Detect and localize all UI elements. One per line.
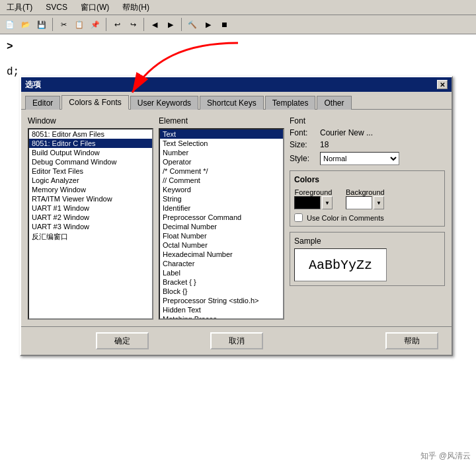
- list-item[interactable]: Octal Number: [160, 240, 283, 250]
- sample-title: Sample: [294, 236, 440, 246]
- use-color-checkbox[interactable]: [294, 213, 303, 222]
- element-header: Element: [159, 116, 284, 126]
- font-name-value: Courier New ...: [320, 128, 445, 137]
- dialog: 选项 ✕ Editor Colors & Fonts User Keywords…: [20, 76, 453, 356]
- use-color-row: Use Color in Comments: [294, 213, 440, 222]
- list-item[interactable]: Block {}: [160, 287, 283, 296]
- list-item[interactable]: Matching Braces: [160, 314, 283, 320]
- foreground-swatch[interactable]: [294, 196, 321, 209]
- list-item[interactable]: Keyword: [160, 185, 283, 194]
- window-header: Window: [28, 116, 153, 126]
- tab-bar: Editor Colors & Fonts User Keywords Shor…: [21, 92, 452, 109]
- tab-shortcut-keys[interactable]: Shortcut Keys: [200, 96, 264, 110]
- watermark: 知乎 @风清云: [420, 450, 471, 462]
- dialog-buttons: 确定 取消 帮助: [21, 326, 452, 355]
- foreground-label: Foreground: [294, 188, 333, 196]
- background-arrow[interactable]: ▼: [374, 196, 384, 209]
- list-item[interactable]: Character: [160, 259, 283, 268]
- font-header: Font: [290, 116, 445, 126]
- list-item[interactable]: Decimal Number: [160, 222, 283, 231]
- font-column: Font Font: Courier New ... Size: 18 Styl…: [290, 116, 445, 320]
- list-item[interactable]: String: [160, 194, 283, 203]
- list-item[interactable]: Hexadecimal Number: [160, 250, 283, 259]
- columns: Window 8051: Editor Asm Files 8051: Edit…: [28, 116, 445, 320]
- foreground-picker: ▼: [294, 196, 333, 209]
- list-item[interactable]: // Comment: [160, 176, 283, 185]
- font-name-row: Font: Courier New ...: [290, 128, 445, 137]
- list-item[interactable]: 8051: Editor C Files: [29, 139, 152, 148]
- tab-other[interactable]: Other: [317, 96, 351, 110]
- background-swatch[interactable]: [346, 196, 372, 209]
- font-size-value: 18: [320, 140, 445, 149]
- sample-box: AaBbYyZz: [294, 248, 387, 281]
- list-item[interactable]: RTA/ITM Viewer Window: [29, 194, 152, 203]
- list-item[interactable]: Text: [160, 129, 283, 139]
- foreground-col: Foreground ▼: [294, 188, 333, 209]
- font-size-row: Size: 18: [290, 140, 445, 149]
- use-color-label: Use Color in Comments: [307, 214, 384, 222]
- list-item[interactable]: 反汇编窗口: [29, 231, 152, 242]
- list-item[interactable]: Preprocessor Command: [160, 213, 283, 222]
- element-listbox[interactable]: Text Text Selection Number Operator /* C…: [159, 128, 284, 320]
- help-button[interactable]: 帮助: [385, 332, 438, 349]
- background-picker: ▼: [346, 196, 385, 209]
- sample-section: Sample AaBbYyZz: [290, 232, 445, 286]
- colors-title: Colors: [294, 175, 440, 184]
- color-row: Foreground ▼ Background ▼: [294, 188, 440, 209]
- background-label: Background: [346, 188, 385, 196]
- dialog-titlebar: 选项 ✕: [21, 77, 452, 92]
- font-style-label: Style:: [290, 154, 316, 163]
- window-column: Window 8051: Editor Asm Files 8051: Edit…: [28, 116, 153, 320]
- tab-user-keywords[interactable]: User Keywords: [130, 96, 198, 110]
- list-item[interactable]: /* Comment */: [160, 166, 283, 176]
- colors-section: Colors Foreground ▼ Background: [290, 170, 445, 227]
- list-item[interactable]: Editor Text Files: [29, 166, 152, 176]
- font-style-row: Style: Normal Bold Italic: [290, 152, 445, 165]
- list-item[interactable]: Bracket { }: [160, 277, 283, 287]
- list-item[interactable]: UART #3 Window: [29, 222, 152, 231]
- list-item[interactable]: 8051: Editor Asm Files: [29, 129, 152, 139]
- list-item[interactable]: UART #1 Window: [29, 203, 152, 213]
- list-item[interactable]: UART #2 Window: [29, 213, 152, 222]
- list-item[interactable]: Memory Window: [29, 185, 152, 194]
- tab-colors-fonts[interactable]: Colors & Fonts: [61, 95, 128, 110]
- window-listbox[interactable]: 8051: Editor Asm Files 8051: Editor C Fi…: [28, 128, 153, 320]
- font-name-label: Font:: [290, 128, 316, 137]
- font-size-label: Size:: [290, 140, 316, 149]
- list-item[interactable]: Operator: [160, 157, 283, 166]
- ok-button[interactable]: 确定: [96, 332, 149, 349]
- tab-editor[interactable]: Editor: [25, 96, 60, 110]
- list-item[interactable]: Hidden Text: [160, 305, 283, 314]
- list-item[interactable]: Text Selection: [160, 139, 283, 148]
- background-col: Background ▼: [346, 188, 385, 209]
- list-item[interactable]: Number: [160, 148, 283, 157]
- list-item[interactable]: Build Output Window: [29, 148, 152, 157]
- close-button[interactable]: ✕: [437, 80, 448, 89]
- cancel-button[interactable]: 取消: [210, 332, 263, 349]
- list-item[interactable]: Identifier: [160, 203, 283, 213]
- element-column: Element Text Text Selection Number Opera…: [159, 116, 284, 320]
- font-style-select[interactable]: Normal Bold Italic: [320, 152, 399, 165]
- dialog-title: 选项: [25, 79, 41, 90]
- list-item[interactable]: Float Number: [160, 231, 283, 240]
- foreground-arrow[interactable]: ▼: [322, 196, 333, 209]
- tab-content: Window 8051: Editor Asm Files 8051: Edit…: [21, 109, 452, 326]
- list-item[interactable]: Preprocessor String <stdio.h>: [160, 296, 283, 305]
- list-item[interactable]: Label: [160, 268, 283, 277]
- list-item[interactable]: Debug Command Window: [29, 157, 152, 166]
- tab-templates[interactable]: Templates: [265, 96, 316, 110]
- list-item[interactable]: Logic Analyzer: [29, 176, 152, 185]
